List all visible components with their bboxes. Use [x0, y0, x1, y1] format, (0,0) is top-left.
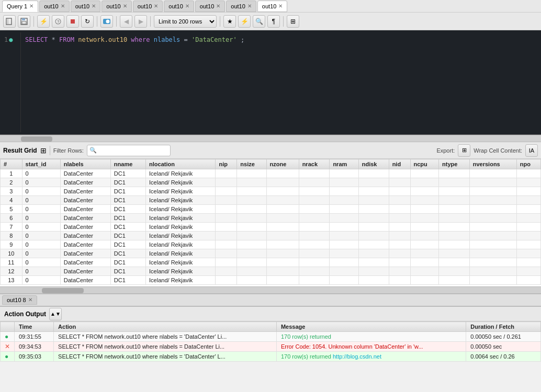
table-cell: [358, 249, 389, 258]
table-cell: [439, 223, 470, 232]
tab-out10-7[interactable]: out10 ✕: [226, 1, 256, 12]
tab-out10-2[interactable]: out10 ✕: [71, 1, 101, 12]
table-row[interactable]: 60DataCenterDC1Iceland/ Rekjavik: [1, 214, 541, 223]
action-table-row[interactable]: ●09:31:55SELECT * FROM network.out10 whe…: [1, 332, 541, 342]
table-cell: [330, 223, 358, 232]
export-table-button[interactable]: ⊞: [458, 144, 470, 157]
separator: [33, 16, 34, 27]
stop-button[interactable]: [66, 15, 79, 28]
tab-label: out10: [106, 3, 121, 9]
tab-out10-1[interactable]: out10 ✕: [39, 1, 70, 12]
table-cell: DC1: [110, 232, 145, 240]
tab-out10-4[interactable]: out10 ✕: [133, 1, 163, 12]
table-row[interactable]: 90DataCenterDC1Iceland/ Rekjavik: [1, 240, 541, 249]
table-cell: 7: [1, 223, 22, 232]
action-table-row[interactable]: ●09:35:03SELECT * FROM network.out10 whe…: [1, 352, 541, 362]
forward-button[interactable]: ▶: [134, 15, 147, 28]
table-cell: [358, 169, 389, 178]
h-scroll-thumb[interactable]: [21, 136, 52, 142]
tab-close-icon[interactable]: ✕: [154, 4, 158, 9]
more-button[interactable]: ⊞: [287, 15, 299, 28]
lightning-button[interactable]: ⚡: [238, 15, 251, 28]
table-row[interactable]: 110DataCenterDC1Iceland/ Rekjavik: [1, 258, 541, 267]
table-cell: [237, 187, 266, 196]
col-header-nlabels: nlabels: [60, 159, 110, 169]
table-cell: 0: [22, 196, 60, 205]
table-cell: [389, 196, 410, 205]
table-cell: [516, 240, 540, 249]
table-cell: 0: [22, 205, 60, 214]
toggle-button[interactable]: [100, 15, 113, 28]
table-row[interactable]: 40DataCenterDC1Iceland/ Rekjavik: [1, 196, 541, 205]
table-cell: DC1: [110, 249, 145, 258]
svg-text:?: ?: [57, 19, 60, 24]
action-table-row[interactable]: ✕09:34:53SELECT * FROM network.out10 whe…: [1, 342, 541, 352]
tab-close-icon[interactable]: ✕: [61, 4, 65, 9]
table-cell: [266, 249, 299, 258]
tab-close-icon[interactable]: ✕: [216, 4, 220, 9]
bottom-h-scroll-thumb[interactable]: [42, 288, 84, 293]
execute-button[interactable]: ⚡: [37, 15, 50, 28]
bottom-tab-close-icon[interactable]: ✕: [28, 297, 32, 303]
table-cell: DC1: [110, 214, 145, 223]
table-row[interactable]: 130DataCenterDC1Iceland/ Rekjavik: [1, 276, 541, 285]
tab-close-icon[interactable]: ✕: [123, 4, 127, 9]
tab-out10-5[interactable]: out10 ✕: [164, 1, 194, 12]
tab-label: out10: [75, 3, 90, 9]
table-cell: [299, 232, 330, 240]
line-numbers: 1 ●: [0, 32, 21, 132]
table-row[interactable]: 70DataCenterDC1Iceland/ Rekjavik: [1, 223, 541, 232]
result-area: Result Grid ⊞ Filter Rows: 🔍 Export: ⊞ W…: [0, 142, 541, 294]
table-cell: [330, 258, 358, 267]
filter-input[interactable]: [87, 145, 171, 156]
wrap-toggle-button[interactable]: IA: [525, 144, 538, 157]
tab-out10-6[interactable]: out10 ✕: [195, 1, 226, 12]
col-header-action: Action: [54, 322, 277, 332]
table-cell: 8: [1, 232, 22, 240]
table-cell: 0: [22, 232, 60, 240]
tab-out10-8[interactable]: out10 ✕: [257, 1, 288, 12]
table-cell: [439, 205, 470, 214]
search-button[interactable]: 🔍: [253, 15, 265, 28]
sql-code[interactable]: SELECT * FROM network.out10 where nlabel…: [21, 32, 541, 132]
table-cell: [216, 267, 237, 276]
bottom-h-scrollbar[interactable]: [0, 286, 541, 294]
bottom-tab-out10-8[interactable]: out10 8 ✕: [2, 295, 37, 305]
sql-editor[interactable]: 1 ● SELECT * FROM network.out10 where nl…: [0, 30, 541, 135]
tab-close-icon[interactable]: ✕: [185, 4, 189, 9]
tab-close-icon[interactable]: ✕: [29, 4, 33, 9]
back-button[interactable]: ◀: [120, 15, 132, 28]
tab-close-icon[interactable]: ✕: [247, 4, 252, 9]
save-button[interactable]: [18, 15, 30, 28]
table-row[interactable]: 80DataCenterDC1Iceland/ Rekjavik: [1, 232, 541, 240]
table-cell: DataCenter: [60, 249, 110, 258]
tab-close-icon[interactable]: ✕: [278, 4, 283, 9]
table-cell: [299, 178, 330, 187]
bookmark-button[interactable]: ★: [223, 15, 236, 28]
tab-label: out10: [44, 3, 59, 9]
table-cell: DC1: [110, 205, 145, 214]
tab-out10-3[interactable]: out10 ✕: [102, 1, 132, 12]
explain-button[interactable]: ?: [52, 15, 64, 28]
col-header-nname: nname: [110, 159, 145, 169]
table-cell: [516, 258, 540, 267]
table-row[interactable]: 120DataCenterDC1Iceland/ Rekjavik: [1, 267, 541, 276]
action-output-table-wrap[interactable]: Time Action Message Duration / Fetch ●09…: [0, 321, 541, 379]
table-cell: [266, 187, 299, 196]
limit-select[interactable]: Limit to 200 rowsDon't LimitLimit to 100…: [154, 15, 217, 28]
data-table-wrap[interactable]: # start_id nlabels nname nlocation nip n…: [0, 159, 541, 286]
table-cell: Iceland/ Rekjavik: [146, 276, 216, 285]
table-row[interactable]: 100DataCenterDC1Iceland/ Rekjavik: [1, 249, 541, 258]
table-cell: [216, 240, 237, 249]
table-row[interactable]: 30DataCenterDC1Iceland/ Rekjavik: [1, 187, 541, 196]
tab-query1[interactable]: Query 1 ✕: [2, 1, 38, 12]
format-button[interactable]: ¶: [267, 15, 280, 28]
refresh-button[interactable]: ↻: [81, 15, 94, 28]
action-output-menu-button[interactable]: ▲▼: [49, 308, 62, 320]
table-row[interactable]: 20DataCenterDC1Iceland/ Rekjavik: [1, 178, 541, 187]
tab-close-icon[interactable]: ✕: [92, 4, 96, 9]
new-query-button[interactable]: [3, 15, 16, 28]
table-row[interactable]: 50DataCenterDC1Iceland/ Rekjavik: [1, 205, 541, 214]
h-scrollbar[interactable]: [0, 135, 541, 142]
table-row[interactable]: 10DataCenterDC1Iceland/ Rekjavik: [1, 169, 541, 178]
